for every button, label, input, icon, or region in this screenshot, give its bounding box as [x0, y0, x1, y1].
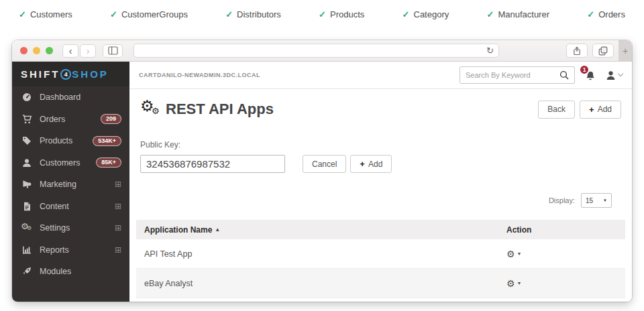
- sidebar-item-modules[interactable]: Modules: [12, 261, 129, 283]
- close-window-button[interactable]: [20, 47, 28, 54]
- sync-item-orders: ✓Orders: [587, 9, 625, 19]
- add-app-button[interactable]: +Add: [580, 101, 621, 119]
- gears-icon: ⚙⚙: [21, 223, 32, 233]
- display-count-control: Display: 15 ▼: [129, 173, 632, 208]
- sync-item-customers: ✓Customers: [19, 9, 72, 19]
- sidebar-item-label: Dashboard: [40, 92, 80, 102]
- table-header-row: Application Name ▲ Action: [136, 220, 625, 239]
- sync-item-label: Products: [330, 9, 364, 19]
- dashboard-icon: [21, 92, 32, 102]
- new-tab-button[interactable]: +: [619, 40, 632, 62]
- sync-item-customergroups: ✓CustomerGroups: [110, 9, 188, 19]
- browser-toolbar: ‹ › ↻: [12, 40, 632, 62]
- row-action-menu-button[interactable]: ⚙ ▼: [506, 279, 625, 288]
- sidebar-item-marketing[interactable]: Marketing ⊞: [12, 174, 129, 196]
- forward-icon: ›: [87, 46, 90, 56]
- sidebar-item-content[interactable]: Content ⊞: [12, 196, 129, 218]
- sync-status-bar: ✓Customers ✓CustomerGroups ✓Distributors…: [0, 5, 644, 23]
- products-count-badge: 534K+: [93, 136, 121, 146]
- store-domain-label: CARTDANILO-NEWADMIN.3DC.LOCAL: [139, 72, 260, 78]
- back-icon: ‹: [69, 46, 72, 56]
- sync-item-products: ✓Products: [319, 9, 364, 19]
- address-bar[interactable]: ↻: [133, 44, 499, 58]
- notifications-button[interactable]: 1: [585, 70, 596, 80]
- document-icon: [21, 202, 32, 211]
- sidebar-item-dashboard[interactable]: Dashboard: [12, 86, 129, 109]
- notification-count-badge: 1: [579, 64, 590, 75]
- reload-icon[interactable]: ↻: [486, 46, 494, 56]
- share-button[interactable]: [566, 44, 588, 58]
- browser-forward-button[interactable]: ›: [80, 44, 96, 58]
- sync-item-label: Customers: [30, 9, 72, 19]
- sidebar-item-orders[interactable]: Orders 209: [12, 109, 129, 131]
- minimize-window-button[interactable]: [33, 47, 40, 54]
- public-key-form: Public Key: Cancel +Add: [129, 128, 632, 173]
- page-header: ⚙⚙ REST API Apps Back +Add: [129, 89, 632, 128]
- address-input[interactable]: [134, 44, 486, 57]
- caret-down-icon: ▼: [517, 281, 522, 286]
- user-menu-button[interactable]: [606, 70, 623, 80]
- sidebar-item-label: Content: [40, 202, 69, 211]
- page-title: REST API Apps: [166, 101, 274, 118]
- expand-icon[interactable]: ⊞: [115, 224, 121, 232]
- expand-icon[interactable]: ⊞: [115, 180, 121, 188]
- sidebar-item-label: Marketing: [40, 180, 76, 189]
- sync-item-label: Orders: [598, 9, 625, 19]
- back-button[interactable]: Back: [538, 101, 575, 119]
- search-icon[interactable]: [559, 70, 569, 80]
- person-icon: [21, 158, 32, 168]
- customers-count-badge: 85K+: [96, 158, 121, 168]
- check-icon: ✓: [402, 9, 410, 19]
- check-icon: ✓: [487, 9, 494, 19]
- sync-item-label: Manufacturer: [498, 9, 549, 19]
- sidebar-item-label: Customers: [40, 158, 80, 168]
- sidebar-item-reports[interactable]: Reports ⊞: [12, 239, 129, 261]
- plus-icon: +: [589, 105, 594, 115]
- table-row: eBay Analyst ⚙ ▼: [136, 269, 625, 298]
- shift4shop-logo[interactable]: SHIFT 4 SHOP: [12, 62, 129, 86]
- expand-icon[interactable]: ⊞: [115, 246, 121, 254]
- column-action: Action: [506, 225, 625, 235]
- sidebar-item-label: Reports: [40, 245, 69, 255]
- display-count-select[interactable]: 15 ▼: [581, 193, 612, 208]
- header-buttons: Back +Add: [538, 101, 621, 119]
- caret-down-icon: ▼: [517, 251, 522, 256]
- rocket-icon: [21, 267, 32, 276]
- expand-icon[interactable]: ⊞: [115, 202, 121, 210]
- browser-sidebar-toggle-button[interactable]: [103, 44, 123, 58]
- sync-item-label: CustomerGroups: [121, 9, 188, 19]
- tab-overview-button[interactable]: [592, 44, 614, 58]
- logo-text-shop: SHOP: [72, 68, 109, 80]
- sync-item-distributors: ✓Distributors: [225, 9, 281, 19]
- user-icon: [606, 70, 616, 80]
- bar-chart-icon: [21, 245, 32, 255]
- caret-down-icon: ▼: [603, 198, 607, 202]
- check-icon: ✓: [319, 9, 326, 19]
- orders-count-badge: 209: [101, 114, 121, 124]
- admin-app: SHIFT 4 SHOP Dashboard Orders 209: [12, 62, 632, 302]
- sidebar-item-products[interactable]: Products 534K+: [12, 130, 129, 152]
- sidebar-item-customers[interactable]: Customers 85K+: [12, 152, 129, 174]
- window-controls: [20, 47, 53, 54]
- zoom-window-button[interactable]: [46, 47, 53, 54]
- check-icon: ✓: [587, 9, 594, 19]
- share-icon: [572, 46, 582, 56]
- megaphone-icon: [21, 180, 32, 189]
- toolbar-right-group: +: [566, 40, 632, 62]
- cancel-button[interactable]: Cancel: [303, 155, 346, 173]
- browser-back-button[interactable]: ‹: [62, 44, 78, 58]
- sidebar-item-settings[interactable]: ⚙⚙ Settings ⊞: [12, 217, 129, 239]
- check-icon: ✓: [225, 9, 233, 19]
- public-key-input[interactable]: [140, 155, 285, 173]
- keyword-search-box[interactable]: [460, 66, 575, 84]
- display-label: Display:: [549, 196, 575, 204]
- topbar-right-group: 1: [460, 66, 623, 84]
- sync-item-label: Category: [414, 9, 449, 19]
- column-application-name[interactable]: Application Name ▲: [136, 225, 506, 235]
- row-action-menu-button[interactable]: ⚙ ▼: [506, 249, 625, 259]
- sync-item-category: ✓Category: [402, 9, 449, 19]
- confirm-add-button[interactable]: +Add: [350, 155, 392, 173]
- sort-asc-icon: ▲: [215, 227, 220, 233]
- search-input[interactable]: [466, 71, 559, 79]
- plus-icon: +: [360, 159, 365, 169]
